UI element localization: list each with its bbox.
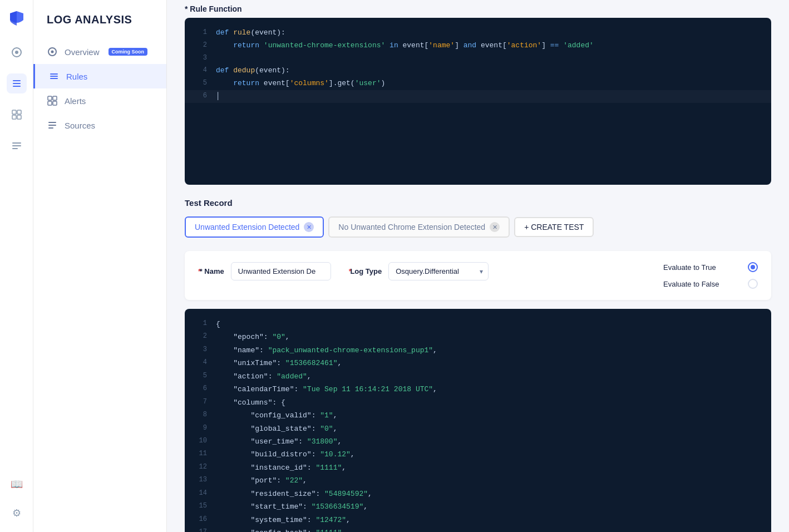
sources-nav-icon [47,120,58,131]
rule-function-label: * Rule Function [185,4,771,13]
sidebar-item-sources[interactable]: Sources [33,113,166,137]
alerts-nav-icon [47,95,58,106]
svg-rect-22 [48,125,56,126]
svg-rect-20 [53,101,57,105]
code-line-2: 2 return 'unwanted-chrome-extensions' in… [185,40,771,52]
app-logo[interactable] [8,9,26,27]
sidebar-item-label-sources: Sources [65,121,95,130]
sidebar-item-overview[interactable]: Overview Coming Soon [33,40,166,64]
svg-rect-4 [13,86,21,87]
test-record-section: Test Record Unwanted Extension Detected … [185,198,771,238]
json-line-14: 14 "resident_size": "54894592", [185,487,771,500]
json-line-6: 6 "calendarTime": "Tue Sep 11 16:14:21 2… [185,383,771,396]
log-type-select[interactable]: Osquery.Differential Osquery.Snapshot Cl… [388,262,489,280]
nav-icon-sources[interactable] [7,136,27,156]
code-line-5: 5 return event['columns'].get('user') [185,77,771,90]
svg-rect-2 [13,80,21,81]
nav-icon-overview[interactable] [7,42,27,62]
evaluate-section: Evaluate to True Evaluate to False [663,262,758,289]
json-line-4: 4 "unixTime": "1536682461", [185,357,771,370]
json-line-17: 17 "config_hash": "1111", [185,526,771,532]
json-line-5: 5 "action": "added", [185,370,771,383]
json-line-13: 13 "port": "22", [185,474,771,487]
svg-rect-9 [12,142,21,144]
svg-rect-16 [50,78,58,79]
json-line-9: 9 "global_state": "0", [185,422,771,435]
close-tab-2-icon[interactable]: ✕ [490,222,500,232]
test-tab-label-1: Unwanted Extension Detected [195,223,299,231]
sidebar-item-label-alerts: Alerts [65,96,86,106]
settings-icon[interactable]: ⚙ [7,503,27,523]
json-line-8: 8 "config_valid": "1", [185,409,771,422]
sidebar-narrow: 📖 ⚙ [0,0,33,532]
svg-rect-5 [12,110,16,114]
sidebar-item-label-rules: Rules [66,72,87,81]
svg-rect-10 [12,145,21,146]
json-line-3: 3 "name": "pack_unwanted-chrome-extensio… [185,344,771,357]
json-line-12: 12 "instance_id": "1111", [185,461,771,474]
form-row: * * Name * Log Type Osquery.Differential… [185,251,771,300]
sidebar-item-label-overview: Overview [65,47,100,57]
json-editor[interactable]: 1 { 2 "epoch": "0", 3 "name": "pack_unwa… [185,309,771,532]
svg-rect-23 [48,127,53,129]
evaluate-false-row: Evaluate to False [663,279,758,289]
svg-rect-6 [17,110,21,114]
name-label: * * Name [198,267,224,275]
evaluate-false-radio[interactable] [748,279,758,289]
log-type-select-wrapper: Osquery.Differential Osquery.Snapshot Cl… [388,262,489,280]
close-tab-1-icon[interactable]: ✕ [304,222,314,232]
svg-rect-21 [48,122,56,123]
svg-rect-19 [48,101,52,105]
svg-rect-11 [12,148,18,149]
evaluate-true-row: Evaluate to True [663,262,758,272]
overview-nav-icon [47,46,58,57]
json-line-16: 16 "system_time": "12472", [185,514,771,526]
svg-rect-17 [48,96,52,100]
code-line-3: 3 [185,52,771,65]
evaluate-false-label: Evaluate to False [663,280,741,288]
test-tab-label-2: No Unwanted Chrome Extension Detected [338,223,485,231]
coming-soon-badge: Coming Soon [109,48,148,56]
sidebar-item-alerts[interactable]: Alerts [33,88,166,113]
main-content: * Rule Function 1 def rule(event): 2 ret… [167,0,789,532]
nav-icon-rules[interactable] [7,73,27,93]
test-tab-unwanted-extension[interactable]: Unwanted Extension Detected ✕ [185,216,324,238]
json-line-7: 7 "columns": { [185,396,771,409]
test-tabs-container: Unwanted Extension Detected ✕ No Unwante… [185,216,771,238]
rules-nav-icon [48,71,60,82]
code-line-1: 1 def rule(event): [185,27,771,40]
code-line-6: 6 │ [185,90,771,103]
log-type-label: * Log Type [349,267,382,275]
evaluate-true-label: Evaluate to True [663,263,741,272]
json-line-11: 11 "build_distro": "10.12", [185,448,771,461]
svg-rect-3 [13,83,21,84]
create-test-button[interactable]: + CREATE TEST [514,217,594,237]
app-title: LOG ANALYSIS [33,13,166,40]
nav-icon-alerts[interactable] [7,105,27,125]
sidebar-item-rules[interactable]: Rules [33,64,166,88]
name-input[interactable] [231,262,331,280]
code-line-4: 4 def dedup(event): [185,65,771,77]
json-line-15: 15 "start_time": "1536634519", [185,500,771,513]
svg-rect-7 [12,115,16,119]
book-icon[interactable]: 📖 [7,474,27,494]
svg-rect-8 [17,115,21,119]
code-editor[interactable]: 1 def rule(event): 2 return 'unwanted-ch… [185,18,771,185]
svg-rect-18 [53,96,57,100]
sidebar-wide: LOG ANALYSIS Overview Coming Soon Rules [33,0,167,532]
svg-rect-15 [50,76,58,77]
svg-rect-14 [50,73,58,75]
svg-point-1 [15,51,18,54]
json-line-1: 1 { [185,318,771,331]
evaluate-true-radio[interactable] [748,262,758,272]
test-record-title: Test Record [185,198,771,208]
svg-point-13 [51,51,54,53]
name-field-group: * * Name [198,262,331,280]
json-line-2: 2 "epoch": "0", [185,331,771,343]
test-tab-no-extension[interactable]: No Unwanted Chrome Extension Detected ✕ [328,216,510,238]
log-type-field-group: * Log Type Osquery.Differential Osquery.… [349,262,489,280]
json-line-10: 10 "user_time": "31800", [185,435,771,448]
